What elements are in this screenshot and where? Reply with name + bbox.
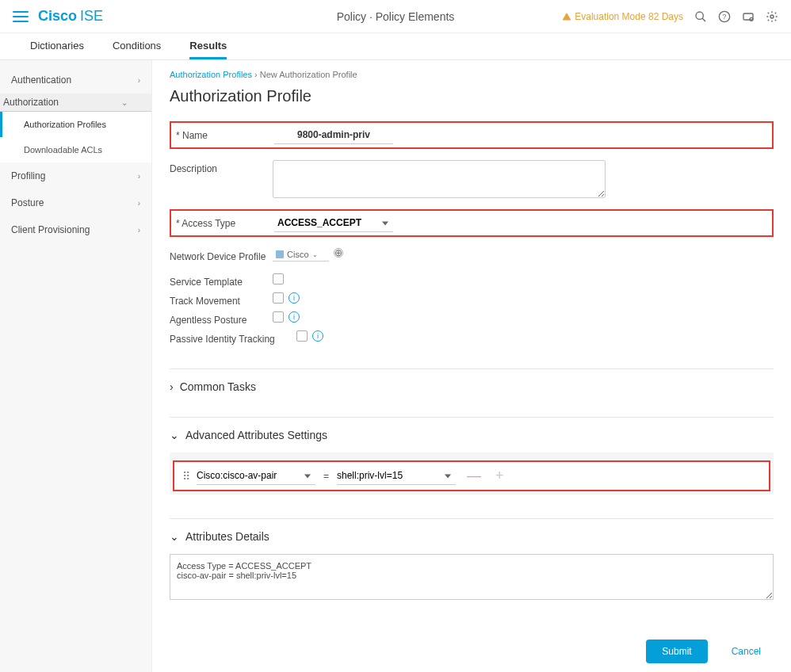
info-icon[interactable]: i: [289, 292, 300, 304]
name-label: * Name: [176, 130, 274, 141]
common-tasks-label: Common Tasks: [180, 380, 256, 393]
ndp-value: Cisco: [287, 250, 309, 259]
add-row-icon[interactable]: +: [492, 468, 507, 484]
brand-ise: ISE: [80, 8, 103, 25]
sidebar-profiling[interactable]: Profiling›: [0, 162, 151, 189]
name-row: * Name: [170, 121, 774, 149]
name-input[interactable]: [274, 126, 393, 144]
aas-attr-wrap: [197, 467, 315, 485]
brand-cisco: Cisco: [38, 8, 77, 25]
aas-attribute-select[interactable]: [197, 467, 315, 485]
attr-details-header[interactable]: ⌄ Attributes Details: [170, 530, 774, 543]
svg-point-6: [770, 15, 774, 18]
breadcrumb-sep: ›: [254, 70, 260, 79]
st-label: Service Template: [170, 273, 273, 288]
attr-details-label: Attributes Details: [185, 530, 269, 543]
passive-identity-checkbox[interactable]: [296, 330, 308, 342]
access-type-label: * Access Type: [176, 218, 274, 229]
equals-label: =: [323, 471, 329, 482]
agentless-posture-checkbox[interactable]: [273, 311, 284, 323]
ops-icon[interactable]: [742, 10, 755, 23]
info-icon[interactable]: i: [312, 330, 323, 342]
service-template-row: Service Template: [170, 273, 774, 288]
tab-dictionaries[interactable]: Dictionaries: [16, 33, 98, 59]
ndp-label: Network Device Profile: [170, 248, 273, 262]
sidebar-client-provisioning[interactable]: Client Provisioning›: [0, 216, 151, 243]
page-title: Policy · Policy Elements: [337, 10, 455, 23]
sidebar-posture[interactable]: Posture›: [0, 189, 151, 216]
chevron-right-icon: ›: [138, 226, 140, 235]
aas-label: Advanced Attributes Settings: [185, 429, 327, 441]
tm-label: Track Movement: [170, 292, 273, 307]
chevron-down-icon: ⌄: [170, 429, 179, 441]
warning-icon: [562, 12, 571, 21]
svg-point-5: [750, 17, 753, 21]
sidebar-auth-profiles[interactable]: Authorization Profiles: [0, 112, 151, 137]
passive-identity-row: Passive Identity Tracking i: [170, 330, 774, 345]
chevron-down-icon: ⌄: [312, 251, 318, 258]
track-movement-checkbox[interactable]: [273, 292, 284, 304]
aas-block: ⠿ = — +: [170, 452, 774, 494]
sidebar-downloadable-acls[interactable]: Downloadable ACLs: [0, 137, 151, 162]
aas-row: ⠿ = — +: [173, 460, 770, 491]
pit-label: Passive Identity Tracking: [170, 330, 296, 345]
drag-handle-icon[interactable]: ⠿: [182, 470, 189, 483]
eval-badge[interactable]: Evaluation Mode 82 Days: [562, 11, 683, 22]
attr-details-box: Access Type = ACCESS_ACCEPT cisco-av-pai…: [170, 554, 774, 600]
sidebar-authorization[interactable]: Authorization⌄: [0, 94, 151, 112]
chevron-down-icon: ⌄: [170, 530, 179, 543]
ap-label: Agentless Posture: [170, 311, 273, 326]
help-icon[interactable]: ?: [718, 10, 731, 23]
divider: [170, 368, 774, 369]
tab-conditions[interactable]: Conditions: [98, 33, 175, 59]
chevron-right-icon: ›: [138, 199, 140, 208]
hamburger-icon[interactable]: [13, 9, 29, 25]
topbar: Cisco ISE Policy · Policy Elements Evalu…: [0, 0, 791, 33]
chevron-down-icon: ⌄: [121, 98, 128, 107]
aas-value-input[interactable]: [337, 467, 456, 485]
service-template-checkbox[interactable]: [273, 273, 284, 284]
svg-rect-4: [743, 13, 753, 20]
sidebar-label: Client Provisioning: [11, 224, 90, 235]
sidebar-label: Authentication: [11, 74, 71, 86]
ndp-select[interactable]: Cisco ⌄: [273, 248, 329, 262]
svg-line-1: [702, 18, 705, 21]
chevron-right-icon: ›: [170, 380, 174, 393]
track-movement-row: Track Movement i: [170, 292, 774, 307]
breadcrumb: Authorization Profiles › New Authorizati…: [170, 70, 774, 79]
gear-icon[interactable]: [766, 10, 778, 23]
svg-point-0: [696, 12, 703, 19]
content: Authorization Profiles › New Authorizati…: [152, 60, 791, 672]
access-type-select[interactable]: ACCESS_ACCEPT: [274, 214, 393, 232]
sidebar-authentication[interactable]: Authentication›: [0, 67, 151, 94]
submit-button[interactable]: Submit: [646, 640, 707, 663]
sidebar-label: Posture: [11, 197, 44, 208]
cancel-button[interactable]: Cancel: [732, 646, 761, 657]
access-type-row: * Access Type ACCESS_ACCEPT: [170, 209, 774, 237]
chevron-right-icon: ›: [138, 76, 140, 85]
svg-text:?: ?: [723, 13, 727, 21]
tab-results[interactable]: Results: [175, 33, 241, 59]
breadcrumb-root[interactable]: Authorization Profiles: [170, 70, 252, 79]
cisco-icon: [276, 250, 284, 258]
description-row: Description: [170, 160, 774, 198]
remove-row-icon[interactable]: —: [464, 468, 484, 484]
add-ndp-icon[interactable]: ⊕: [334, 248, 343, 258]
sidebar-label: Profiling: [11, 170, 45, 181]
aas-val-wrap: [337, 467, 456, 485]
ndp-row: Network Device Profile Cisco ⌄ ⊕: [170, 248, 774, 262]
action-buttons: Submit Cancel: [170, 640, 774, 663]
description-label: Description: [170, 160, 273, 174]
breadcrumb-leaf: New Authorization Profile: [260, 70, 357, 79]
common-tasks-header[interactable]: › Common Tasks: [170, 380, 774, 393]
agentless-posture-row: Agentless Posture i: [170, 311, 774, 326]
divider: [170, 417, 774, 418]
search-icon[interactable]: [694, 10, 707, 23]
eval-text: Evaluation Mode 82 Days: [575, 11, 683, 22]
nav-tabs: Dictionaries Conditions Results: [0, 33, 791, 60]
divider: [170, 518, 774, 519]
page-heading: Authorization Profile: [170, 87, 774, 105]
aas-header[interactable]: ⌄ Advanced Attributes Settings: [170, 429, 774, 441]
description-input[interactable]: [273, 160, 606, 198]
info-icon[interactable]: i: [289, 311, 300, 323]
